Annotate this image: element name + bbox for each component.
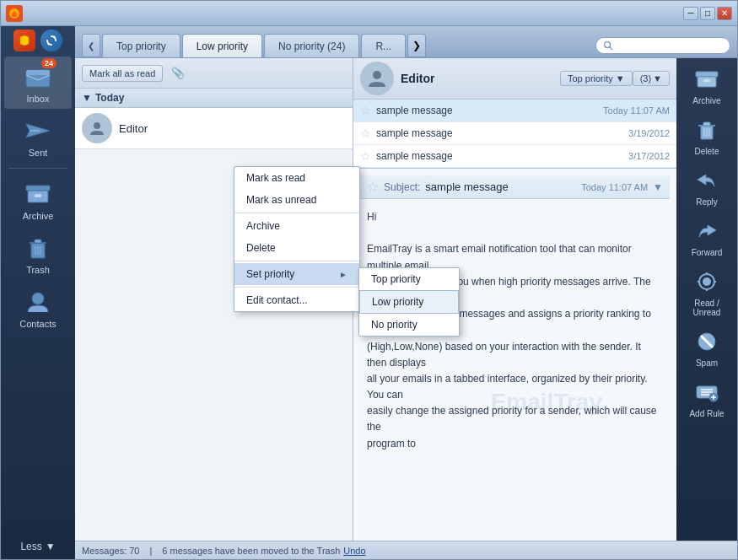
refresh-button[interactable] <box>40 30 62 51</box>
star-icon-2[interactable]: ☆ <box>360 149 371 163</box>
statusbar: Messages: 70 | 6 messages have been move… <box>75 541 737 559</box>
archive-action-button[interactable]: Archive <box>679 62 735 110</box>
context-menu-separator-1 <box>234 213 359 213</box>
sent-icon <box>23 116 53 146</box>
msg-date-2: 3/17/2012 <box>628 151 670 161</box>
msg-date-1: 3/19/2012 <box>628 128 670 138</box>
contacts-label: Contacts <box>19 319 56 329</box>
archive-action-icon <box>694 67 719 94</box>
context-menu-edit-contact[interactable]: Edit contact... <box>234 289 359 311</box>
priority-label: Top priority <box>568 73 613 83</box>
search-icon <box>603 40 613 51</box>
minimize-button[interactable]: ─ <box>683 7 698 20</box>
svg-rect-9 <box>35 240 41 243</box>
message-row-1[interactable]: ☆ sample message 3/19/2012 <box>353 122 676 145</box>
trash-icon <box>23 233 53 263</box>
active-star-icon[interactable]: ☆ <box>367 179 379 195</box>
email-list-toolbar: Mark all as read 📎 <box>75 58 353 89</box>
priority-dropdown[interactable]: Top priority ▼ <box>560 71 633 86</box>
message-count[interactable]: (3) ▼ <box>633 71 670 86</box>
context-menu-mark-unread[interactable]: Mark as unread <box>234 189 359 211</box>
archive-icon <box>23 179 53 209</box>
close-button[interactable]: ✕ <box>717 7 732 20</box>
context-menu-mark-read[interactable]: Mark as read <box>234 167 359 189</box>
sidebar-item-inbox[interactable]: 24 Inbox <box>4 57 72 109</box>
maximize-button[interactable]: □ <box>700 7 715 20</box>
email-sender-0: Editor <box>119 122 148 135</box>
message-list: Editor Top priority ▼ (3) ▼ ☆ <box>353 58 676 169</box>
tab-low-priority[interactable]: Low priority <box>182 34 262 57</box>
sidebar-top <box>4 30 72 51</box>
delete-action-button[interactable]: Delete <box>679 112 735 161</box>
group-collapse-icon[interactable]: ▼ <box>82 92 92 104</box>
svg-rect-4 <box>26 186 50 191</box>
context-menu-set-priority[interactable]: Set priority ► <box>234 263 359 285</box>
forward-action-icon <box>694 218 719 246</box>
contact-name: Editor <box>401 72 560 85</box>
attachment-icon: 📎 <box>171 67 185 79</box>
app-icon <box>6 5 23 22</box>
message-row-2[interactable]: ☆ sample message 3/17/2012 <box>353 145 676 168</box>
trash-notice: 6 messages have been moved to the Trash <box>162 546 340 556</box>
read-unread-action-button[interactable]: Read / Unread <box>679 264 735 322</box>
tab-top-priority[interactable]: Top priority <box>102 34 180 57</box>
read-unread-action-icon <box>694 269 719 297</box>
tab-no-priority[interactable]: No priority (24) <box>264 34 359 57</box>
sidebar-item-sent[interactable]: Sent <box>4 110 72 163</box>
add-rule-action-button[interactable]: Add Rule <box>679 374 735 423</box>
contact-avatar <box>360 62 394 95</box>
submenu-no-priority[interactable]: No priority <box>359 314 459 336</box>
mark-all-read-button[interactable]: Mark all as read <box>82 65 163 82</box>
undo-link[interactable]: Undo <box>343 546 365 556</box>
email-avatar-0 <box>82 113 112 143</box>
tab-more-button[interactable]: ❯ <box>407 34 426 57</box>
context-menu-delete[interactable]: Delete <box>234 237 359 259</box>
star-icon-0[interactable]: ☆ <box>360 104 371 117</box>
tab-prev-button[interactable]: ❮ <box>82 34 100 57</box>
count-expand-icon: ▼ <box>653 73 662 83</box>
svg-point-16 <box>94 122 100 129</box>
svg-point-17 <box>373 71 381 79</box>
msg-subject-1: sample message <box>376 127 628 139</box>
email-item-0[interactable]: Editor <box>75 108 353 149</box>
forward-action-button[interactable]: Forward <box>679 213 735 262</box>
msg-subject-0: sample message <box>376 105 603 116</box>
context-menu-separator-2 <box>234 261 359 261</box>
msg-date-0: Today 11:07 AM <box>603 105 670 116</box>
panels: Mark all as read 📎 ▼ Today Editor <box>75 58 737 541</box>
logo-icon <box>13 30 35 51</box>
inbox-label: Inbox <box>27 94 50 104</box>
context-menu: Mark as read Mark as unread Archive Dele… <box>234 166 360 312</box>
titlebar-buttons: ─ □ ✕ <box>683 7 732 20</box>
sidebar-divider-1 <box>8 168 67 169</box>
less-button[interactable]: Less ▼ <box>4 537 72 556</box>
trash-label: Trash <box>26 265 50 275</box>
context-menu-archive[interactable]: Archive <box>234 215 359 237</box>
reply-action-icon <box>694 168 719 196</box>
sidebar-item-contacts[interactable]: Contacts <box>4 282 72 334</box>
sent-label: Sent <box>29 148 48 158</box>
sidebar-item-archive[interactable]: Archive <box>4 174 72 226</box>
tab-more-icon: ❯ <box>412 40 421 51</box>
inbox-badge: 24 <box>41 58 57 68</box>
subject-label: Subject: <box>384 181 420 193</box>
search-box <box>595 37 730 54</box>
active-subject: sample message <box>425 180 581 193</box>
star-icon-1[interactable]: ☆ <box>360 127 371 140</box>
reply-action-button[interactable]: Reply <box>679 163 735 212</box>
contacts-icon <box>23 287 53 317</box>
status-separator: | <box>149 546 152 556</box>
submenu-low-priority[interactable]: Low priority <box>359 290 459 314</box>
submenu-top-priority[interactable]: Top priority <box>359 268 459 290</box>
add-rule-action-icon <box>694 380 719 407</box>
search-input[interactable] <box>613 40 723 51</box>
add-rule-action-label: Add Rule <box>689 409 724 418</box>
sidebar-item-trash[interactable]: Trash <box>4 228 72 280</box>
spam-action-label: Spam <box>696 358 718 368</box>
tab-r[interactable]: R... <box>361 34 406 57</box>
message-row-0[interactable]: ☆ sample message Today 11:07 AM <box>353 100 676 122</box>
msg-expand-icon[interactable]: ▼ <box>653 181 663 193</box>
spam-action-button[interactable]: Spam <box>679 324 735 373</box>
titlebar: ─ □ ✕ <box>1 1 737 26</box>
svg-point-28 <box>703 277 711 286</box>
